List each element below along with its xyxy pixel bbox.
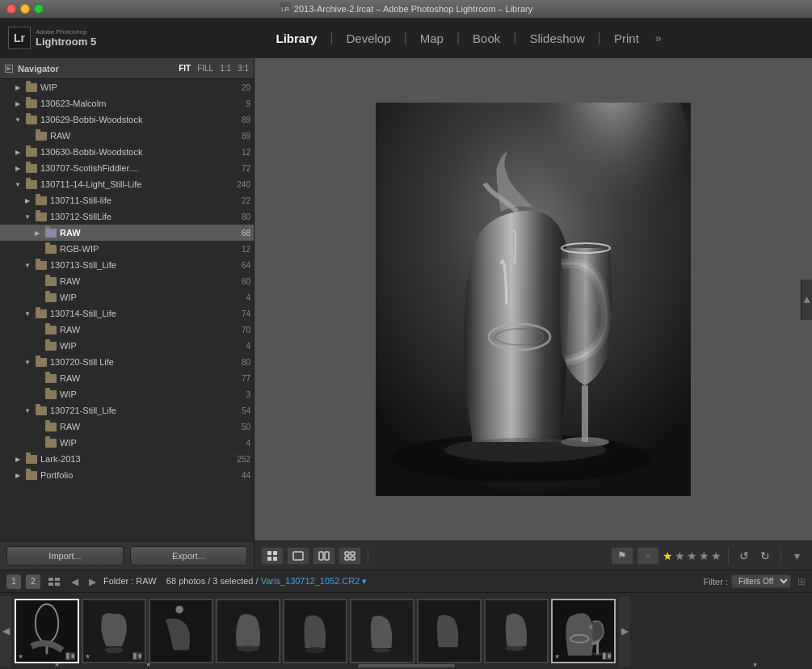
film-thumb-9[interactable]: ★ [551, 599, 616, 663]
film-thumb-3[interactable] [149, 599, 213, 663]
svg-point-10 [444, 438, 606, 462]
tree-item-130711[interactable]: ▶ 130711-Still-life 22 [0, 192, 254, 208]
filmstrip-grid-icon[interactable] [45, 575, 63, 588]
folder-tree: ▶ WIP 20 ▶ 130623-Malcolm 9 ▼ 130629-Bob… [0, 79, 254, 541]
nav-overflow[interactable]: » [655, 32, 662, 44]
tree-item-130721-wip[interactable]: WIP 4 [0, 435, 254, 451]
right-panel-toggle[interactable]: ◀ [801, 280, 812, 320]
tab-develop[interactable]: Develop [334, 27, 404, 50]
film-thumb-7[interactable] [417, 599, 482, 663]
zoom-1-1[interactable]: 1:1 [220, 64, 231, 73]
film-thumb-6[interactable] [350, 599, 414, 663]
tree-item-130720-raw[interactable]: RAW 77 [0, 370, 254, 386]
film-thumb-2[interactable]: ★ [82, 599, 146, 663]
tree-item-130713-raw[interactable]: RAW 60 [0, 273, 254, 289]
film-thumb-5[interactable] [283, 599, 347, 663]
tree-item-130623[interactable]: ▶ 130623-Malcolm 9 [0, 95, 254, 112]
filename-caret[interactable]: ▾ [362, 576, 367, 586]
grid-view-button[interactable] [261, 547, 284, 565]
toolbar-menu-button[interactable]: ▾ [788, 547, 806, 565]
tree-item-130721-raw[interactable]: RAW 50 [0, 419, 254, 435]
tree-item-130714-raw[interactable]: RAW 70 [0, 322, 254, 338]
close-button[interactable] [6, 4, 16, 14]
tree-item-130630[interactable]: ▶ 130630-Bobbi-Woodstock 12 [0, 144, 254, 160]
tree-item-130629-raw[interactable]: RAW 89 [0, 128, 254, 144]
star-1[interactable]: ★ [663, 549, 673, 562]
svg-rect-30 [66, 653, 69, 659]
tree-item-130711-14[interactable]: ▼ 130711-14-Light_Still-Life 240 [0, 176, 254, 192]
film-thumb-8[interactable] [484, 599, 549, 663]
nav-tabs: Library | Develop | Map | Book | Slidesh… [120, 27, 804, 50]
filmstrip-left-arrow[interactable]: ◀ [0, 596, 11, 667]
folder-icon [36, 309, 47, 318]
tab-library[interactable]: Library [263, 27, 330, 50]
folder-icon [45, 245, 57, 254]
filmstrip-page-1[interactable]: 1 [6, 574, 21, 589]
filmstrip-right-arrow[interactable]: ▶ [619, 596, 630, 667]
tree-item-130721[interactable]: ▼ 130721-Still_Life 54 [0, 402, 254, 419]
minimize-button[interactable] [20, 4, 30, 14]
folder-icon [26, 164, 37, 173]
tree-item-130629[interactable]: ▼ 130629-Bobbi-Woodstock 89 [0, 112, 254, 128]
zoom-fill[interactable]: FILL [197, 64, 213, 73]
film-thumb-4[interactable] [216, 599, 280, 663]
window-title: 2013-Archive-2.lrcat – Adobe Photoshop L… [294, 4, 532, 14]
tab-print[interactable]: Print [601, 27, 652, 50]
tab-book[interactable]: Book [460, 27, 513, 50]
svg-point-33 [105, 647, 124, 654]
rotate-right-button[interactable]: ↻ [756, 547, 774, 565]
tree-item-130712-raw[interactable]: ▶ RAW 68 [0, 225, 254, 241]
film-thumbs: ★ ★ [11, 599, 619, 663]
tree-item-130714-wip[interactable]: WIP 4 [0, 338, 254, 354]
star-4[interactable]: ★ [699, 549, 709, 562]
expand-icon [32, 341, 42, 351]
reject-flag-button[interactable]: ⚑ [611, 547, 633, 565]
star-2[interactable]: ★ [675, 549, 685, 562]
filmstrip-page-2[interactable]: 2 [26, 574, 40, 589]
export-button[interactable]: Export... [130, 546, 247, 566]
filter-flag-icon: ⊞ [797, 576, 806, 587]
tab-slideshow[interactable]: Slideshow [516, 27, 597, 50]
navigator-toggle[interactable]: ▶ [5, 65, 13, 73]
filmstrip-prev-button[interactable]: ◀ [68, 575, 81, 588]
tree-item-130712-rgb[interactable]: RGB-WIP 12 [0, 241, 254, 257]
tree-item-130714[interactable]: ▼ 130714-Still_Life 74 [0, 305, 254, 322]
star-5[interactable]: ★ [711, 549, 722, 562]
tree-item-130713-wip[interactable]: WIP 4 [0, 289, 254, 305]
tree-item-130713[interactable]: ▼ 130713-Still_Life 64 [0, 257, 254, 273]
survey-view-button[interactable] [339, 547, 361, 565]
selected-filename[interactable]: Varis_130712_1052.CR2 [261, 576, 360, 586]
filmstrip-info: Folder : RAW 68 photos / 3 selected / Va… [103, 576, 698, 587]
import-button[interactable]: Import... [6, 546, 124, 566]
expand-icon: ▼ [23, 212, 32, 221]
svg-rect-51 [596, 642, 599, 654]
star-3[interactable]: ★ [687, 549, 697, 562]
expand-icon: ▼ [23, 406, 32, 415]
expand-icon: ▶ [13, 82, 23, 92]
zoom-options: FIT FILL 1:1 3:1 [179, 64, 249, 73]
tab-map[interactable]: Map [407, 27, 456, 50]
star-rating: ★ ★ ★ ★ ★ [663, 549, 722, 562]
rotate-left-button[interactable]: ↺ [735, 547, 753, 565]
tree-item-portfolio[interactable]: ▶ Portfolio 44 [0, 467, 254, 483]
tree-item-130720[interactable]: ▼ 130720-Still Life 80 [0, 354, 254, 370]
unflag-button[interactable]: ✕ [637, 547, 659, 565]
zoom-3-1[interactable]: 3:1 [238, 64, 249, 73]
tree-item-130712[interactable]: ▼ 130712-StillLife 80 [0, 208, 254, 225]
svg-point-38 [175, 606, 183, 614]
filmstrip-next-button[interactable]: ▶ [86, 575, 99, 588]
tree-item-lark-2013[interactable]: ▶ Lark-2013 252 [0, 451, 254, 467]
folder-icon [26, 83, 37, 92]
main-image-area: ◀ [255, 58, 812, 541]
tree-item-130707[interactable]: ▶ 130707-ScotishFiddler.... 72 [0, 160, 254, 176]
maximize-button[interactable] [34, 4, 44, 14]
expand-icon [32, 422, 42, 431]
loupe-view-button[interactable] [287, 547, 309, 565]
tree-item-130720-wip[interactable]: WIP 3 [0, 386, 254, 402]
filter-select[interactable]: Filters Off [731, 574, 791, 588]
compare-view-button[interactable] [313, 547, 335, 565]
folder-icon [36, 406, 47, 415]
film-thumb-1[interactable]: ★ [15, 599, 79, 663]
zoom-fit[interactable]: FIT [179, 64, 191, 73]
tree-item-wip[interactable]: ▶ WIP 20 [0, 79, 254, 95]
